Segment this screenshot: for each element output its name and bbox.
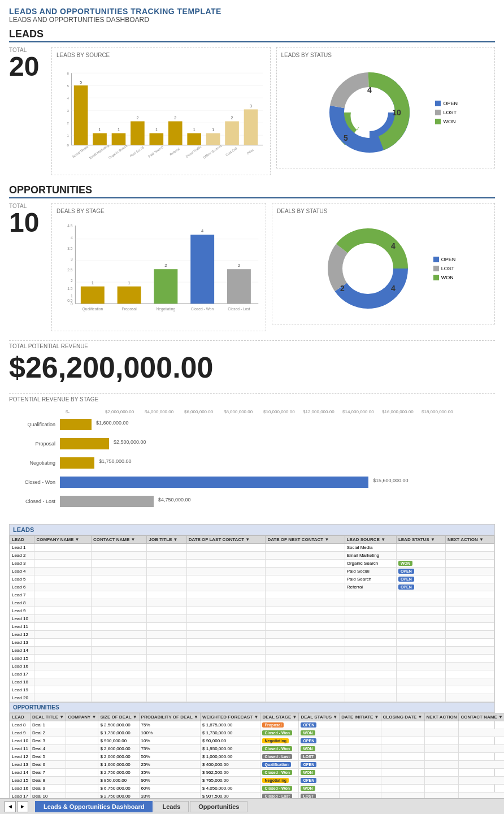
col-opp-next-action: NEXT ACTION (424, 713, 459, 721)
svg-text:4.5: 4.5 (67, 224, 73, 228)
leads-by-status-title: LEADS BY STATUS (281, 52, 490, 58)
lead-id: Lead 1 (10, 544, 34, 552)
bar-offline-sources (206, 133, 220, 145)
bar-other (244, 109, 258, 145)
svg-text:3: 3 (67, 109, 69, 112)
bar-direct-traffic (187, 133, 201, 145)
svg-text:6: 6 (67, 71, 69, 75)
col-contact-name-2: CONTACT NAME ▼ (459, 713, 504, 721)
opportunities-section-header: OPPORTUNITIES (9, 184, 495, 198)
leads-table-row: Lead 3 Organic Search WON (10, 560, 494, 568)
qual-label: Qualification (9, 422, 60, 427)
svg-text:2: 2 (231, 116, 233, 120)
svg-text:10: 10 (393, 108, 402, 117)
leads-table-row: Lead 11 (10, 623, 494, 631)
deals-by-stage-title: DEALS BY STAGE (57, 208, 261, 214)
bar-closed-lost (227, 269, 251, 304)
svg-point-70 (350, 250, 386, 287)
leads-table-row: Lead 16 (10, 663, 494, 670)
col-lead: LEAD (10, 536, 34, 544)
leads-table-row: Lead 5 Paid Search OPEN (10, 575, 494, 583)
svg-text:4: 4 (201, 228, 204, 233)
svg-text:4: 4 (67, 96, 69, 100)
lead-id: Lead 2 (10, 552, 34, 560)
nav-tabs: Leads & Opportunities Dashboard Leads Op… (33, 801, 247, 812)
svg-text:Direct Traffic: Direct Traffic (185, 145, 202, 158)
nav-arrow-area[interactable]: ◄ ► (0, 801, 33, 812)
closed-won-bar (60, 477, 368, 488)
svg-text:1: 1 (99, 128, 101, 132)
svg-point-38 (351, 94, 388, 131)
leads-table-row: Lead 18 (10, 678, 494, 686)
svg-text:4: 4 (71, 236, 73, 240)
svg-text:Offline Sources: Offline Sources (202, 144, 222, 159)
opps-table-row: Lead 13 Deal 6 $ 1,600,000.00 25% $ 400,… (10, 761, 505, 769)
svg-text:Qualification: Qualification (82, 307, 103, 311)
main-title: LEADS AND OPPORTUNITIES TRACKING TEMPLAT… (9, 7, 495, 16)
nav-arrow-left[interactable]: ◄ (5, 801, 16, 812)
svg-text:Social Media: Social Media (72, 145, 89, 158)
opps-table-row: Lead 9 Deal 2 $ 1,730,000.00 100% $ 1,73… (10, 729, 505, 737)
bar-organic-search (112, 133, 126, 145)
col-closing-date: CLOSING DATE ▼ (381, 713, 424, 721)
svg-text:2: 2 (340, 284, 345, 293)
lead-id: Lead 15 (10, 655, 34, 663)
opps-table-row: Lead 16 Deal 9 $ 6,750,000.00 60% $ 4,05… (10, 785, 505, 793)
leads-status-legend: OPEN LOST WON (435, 101, 458, 124)
svg-text:1: 1 (128, 280, 130, 285)
closed-lost-bar (60, 496, 154, 507)
opps-table-row: Lead 14 Deal 7 $ 2,750,000.00 35% $ 962,… (10, 769, 505, 777)
bar-referral (168, 122, 183, 145)
svg-text:5: 5 (67, 84, 69, 88)
svg-text:5: 5 (344, 133, 349, 142)
tab-opportunities[interactable]: Opportunities (190, 801, 247, 812)
opps-table: LEAD DEAL TITLE ▼ COMPANY ▼ SIZE OF DEAL… (10, 713, 504, 800)
lead-id: Lead 3 (10, 560, 34, 568)
svg-text:2: 2 (174, 116, 176, 120)
bar-email-marketing (93, 133, 107, 145)
tab-dashboard[interactable]: Leads & Opportunities Dashboard (35, 801, 153, 812)
svg-text:1: 1 (118, 128, 120, 132)
bar-qualification (81, 287, 105, 304)
col-prob: PROBABILITY OF DEAL ▼ (139, 713, 200, 721)
nav-arrow-right[interactable]: ► (17, 801, 28, 812)
lead-id: Lead 17 (10, 670, 34, 678)
svg-text:Paid Search: Paid Search (147, 145, 164, 158)
tab-leads[interactable]: Leads (154, 801, 189, 812)
svg-text:Negotiating: Negotiating (157, 307, 176, 311)
svg-text:0: 0 (67, 143, 69, 147)
lead-id: Lead 5 (10, 575, 34, 583)
opps-table-row: Lead 11 Deal 4 $ 2,600,000.00 75% $ 1,95… (10, 745, 505, 753)
col-company: COMPANY NAME ▼ (34, 536, 92, 544)
svg-text:2.5: 2.5 (67, 268, 73, 272)
leads-table-row: Lead 9 (10, 607, 494, 615)
svg-text:5: 5 (80, 80, 82, 84)
negotiating-bar (60, 457, 94, 469)
leads-table-header: LEADS (10, 525, 494, 535)
svg-text:1: 1 (212, 128, 214, 132)
svg-text:Proposal: Proposal (121, 307, 137, 311)
svg-text:2: 2 (238, 263, 240, 268)
revenue-label: TOTAL POTENTIAL REVENUE (9, 340, 495, 349)
col-size: SIZE OF DEAL ▼ (98, 713, 139, 721)
bar-paid-social (131, 122, 145, 145)
svg-text:1: 1 (71, 294, 73, 298)
leads-table-row: Lead 6 Referral OPEN (10, 583, 494, 591)
lead-id: Lead 9 (10, 607, 34, 615)
col-weighted: WEIGHTED FORECAST ▼ (200, 713, 260, 721)
svg-text:0: 0 (71, 302, 73, 306)
leads-status-donut: 4 10 5 (313, 62, 426, 163)
bar-cold-call (225, 122, 239, 145)
leads-table-row: Lead 10 (10, 615, 494, 623)
leads-table-row: Lead 8 (10, 599, 494, 607)
svg-text:2: 2 (136, 116, 138, 120)
leads-by-source-chart: 6 5 4 3 2 1 0 5 1 (57, 62, 266, 169)
leads-table-row: Lead 1 Social Media (10, 544, 494, 552)
lead-id: Lead 11 (10, 623, 34, 631)
col-job-title: JOB TITLE ▼ (147, 536, 186, 544)
bar-closed-won (190, 235, 214, 304)
opps-table-row: Lead 10 Deal 3 $ 900,000.00 10% $ 90,000… (10, 737, 505, 745)
lead-id: Lead 18 (10, 678, 34, 686)
svg-text:1.5: 1.5 (67, 287, 73, 291)
leads-table-row: Lead 15 (10, 655, 494, 663)
